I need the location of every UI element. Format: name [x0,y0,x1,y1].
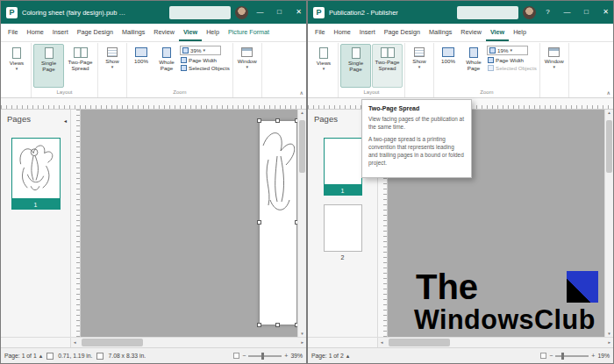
tab-insert[interactable]: Insert [48,24,73,41]
tab-view[interactable]: View [179,24,202,41]
document-page[interactable] [260,121,296,325]
collapse-pages-panel-icon[interactable]: ◂ [64,118,67,124]
tab-help[interactable]: Help [202,24,224,41]
collapse-ribbon-chevron[interactable]: ∧ [300,89,303,96]
scroll-down-icon[interactable]: ▼ [605,332,613,336]
zoom-slider[interactable] [248,355,282,357]
selection-handle-nw[interactable] [257,118,261,123]
zoom-slider[interactable] [555,355,589,357]
window-button[interactable]: Window ▾ [235,44,260,88]
collapse-ribbon-chevron[interactable]: ∧ [607,89,610,96]
whole-page-button[interactable]: Whole Page [154,44,179,88]
vertical-scroll-thumb[interactable] [606,120,612,173]
minimize-button[interactable]: — [560,1,575,24]
zoom-in-button[interactable]: + [284,353,288,359]
page-thumbnail-1[interactable]: 1 [11,138,61,210]
close-button[interactable]: ✕ [291,1,306,24]
page-indicator[interactable]: Page: 1 of 1 ▴ [4,353,42,360]
tab-view[interactable]: View [486,24,509,41]
page-indicator[interactable]: Page: 1 of 2 ▴ [311,353,349,360]
tab-insert[interactable]: Insert [355,24,380,41]
views-label: Views [317,60,331,66]
zoom-combo[interactable]: 19% ▾ [487,46,528,55]
tab-home[interactable]: Home [330,24,355,41]
tab-home[interactable]: Home [23,24,48,41]
zoom-in-button[interactable]: + [591,353,595,359]
views-group-label [311,88,337,97]
views-group-label [4,88,30,97]
tab-review[interactable]: Review [149,24,179,41]
page-width-button[interactable]: Page Width [487,57,538,63]
show-button[interactable]: Show ▾ [100,44,125,88]
zoom-combo[interactable]: 39% ▾ [180,46,221,55]
zoom-out-button[interactable]: − [242,353,246,359]
selected-objects-button[interactable]: Selected Objects [180,65,231,71]
tab-page-design[interactable]: Page Design [73,24,118,41]
single-page-button[interactable]: Single Page [340,44,371,88]
page-thumbnail-1[interactable]: 1 [324,138,362,196]
vertical-scrollbar[interactable]: ▲ ▼ [604,110,613,337]
maximize-button[interactable]: □ [579,1,594,24]
tab-picture-format[interactable]: Picture Format [224,24,274,41]
views-button[interactable]: Views ▾ [311,44,336,88]
scroll-up-icon[interactable]: ▲ [298,111,306,115]
status-bar: Page: 1 of 1 ▴ 0.71, 1.19 in. 7.08 x 8.3… [1,347,306,363]
tab-mailings[interactable]: Mailings [425,24,456,41]
caret-down-icon: ▾ [553,65,556,69]
canvas[interactable] [81,110,297,337]
tab-mailings[interactable]: Mailings [118,24,149,41]
minimize-button[interactable]: — [253,1,268,24]
zoom-level[interactable]: 19% [597,353,610,359]
page-width-button[interactable]: Page Width [180,57,231,63]
views-button[interactable]: Views ▾ [4,44,29,88]
vertical-scroll-thumb[interactable] [299,120,305,173]
titlebar-search[interactable] [169,6,231,19]
tab-file[interactable]: File [311,24,330,41]
titlebar-left[interactable]: P Coloring sheet (fairy design).pub - Pu… [1,1,306,24]
selection-handle-w[interactable] [257,220,261,225]
scroll-down-icon[interactable]: ▼ [298,332,306,336]
selection-handle-s[interactable] [275,323,280,327]
publisher-app-icon: P [313,7,325,18]
tab-page-design[interactable]: Page Design [380,24,425,41]
tab-file[interactable]: File [4,24,23,41]
scroll-right-icon[interactable]: ► [301,338,304,347]
vertical-scrollbar[interactable]: ▲ ▼ [297,110,306,337]
scroll-right-icon[interactable]: ► [608,338,611,347]
scroll-up-icon[interactable]: ▲ [605,111,613,115]
single-page-button[interactable]: Single Page [33,44,64,88]
whole-page-button[interactable]: Whole Page [461,44,486,88]
horizontal-scrollbar[interactable]: ◄ ► [378,338,613,347]
tab-help[interactable]: Help [509,24,531,41]
horizontal-scrollbar[interactable]: ◄ ► [71,338,306,347]
page-thumbnail-2[interactable]: 2 [324,204,362,262]
show-button[interactable]: Show ▾ [407,44,432,88]
help-button[interactable]: ? [540,1,555,24]
user-avatar[interactable] [523,6,536,19]
horizontal-scroll-thumb[interactable] [389,339,450,346]
zoom-level[interactable]: 39% [290,353,303,359]
window-group-label [541,88,568,97]
view-shortcut-icon[interactable] [233,353,239,359]
maximize-button[interactable]: □ [272,1,287,24]
window-button[interactable]: Window ▾ [542,44,567,88]
zoom-slider-thumb[interactable] [561,353,564,360]
zoom-out-button[interactable]: − [549,353,553,359]
horizontal-scroll-thumb[interactable] [82,339,143,346]
titlebar-right[interactable]: P Publication2 - Publisher ? — □ ✕ [308,1,613,24]
scroll-left-icon[interactable]: ◄ [73,338,76,347]
view-shortcut-icon[interactable] [540,353,546,359]
zoom-100-button[interactable]: 100% [436,44,460,88]
zoom-slider-thumb[interactable] [261,353,264,360]
tab-review[interactable]: Review [456,24,486,41]
two-page-spread-button[interactable]: Two-Page Spread [372,44,403,88]
selection-handle-sw[interactable] [257,323,261,327]
user-avatar[interactable] [235,6,248,19]
close-button[interactable]: ✕ [598,1,613,24]
pages-panel-title: Pages [1,110,31,127]
selection-handle-n[interactable] [275,118,280,123]
zoom-100-button[interactable]: 100% [129,44,154,88]
two-page-spread-button[interactable]: Two-Page Spread [65,44,96,88]
titlebar-search[interactable] [457,6,518,19]
scroll-left-icon[interactable]: ◄ [380,338,383,347]
